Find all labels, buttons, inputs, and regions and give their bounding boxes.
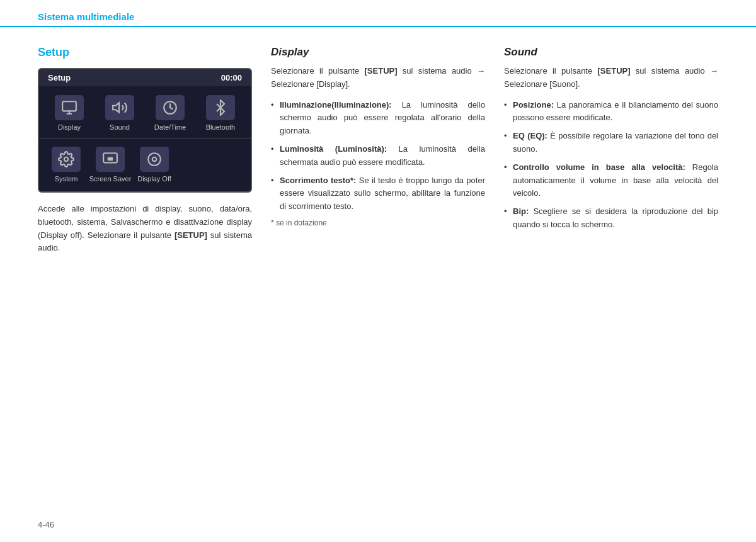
bullet-bip-bold: Bip: [513, 206, 529, 216]
screen-row2: System Screen Saver Display Off [39, 142, 251, 191]
screensaver-label: Screen Saver [89, 175, 132, 183]
svg-marker-3 [113, 103, 119, 112]
screen-row1: Display Sound Date/Time [39, 86, 251, 136]
bullet-eq: EQ (EQ): È possibile regolare la variazi… [504, 130, 718, 156]
screen-icon-datetime: Date/Time [148, 95, 192, 131]
screen-icon-system: System [44, 147, 88, 183]
sound-section-title: Sound [504, 46, 718, 59]
header-title: Sistema multimediale [38, 11, 134, 26]
bullet-posizione: Posizione: La panoramica e il bilanciame… [504, 99, 718, 125]
displayoff-label: Display Off [137, 175, 171, 183]
left-text-bold: [SETUP] [175, 230, 207, 240]
screen-divider [39, 138, 251, 139]
svg-point-9 [152, 157, 157, 162]
sound-label: Sound [110, 123, 130, 131]
svg-rect-7 [108, 157, 113, 161]
left-column: Setup Setup 00:00 Display Sound [38, 46, 252, 255]
bullet-luminosita: Luminosità (Luminosità): La luminosità d… [271, 143, 485, 169]
sound-intro: Selezionare il pulsante [SETUP] sul sist… [504, 65, 718, 91]
bullet-scorrimento: Scorrimento testo*: Se il testo è troppo… [271, 174, 485, 213]
svg-point-8 [148, 153, 161, 166]
bullet-posizione-bold: Posizione: [513, 100, 554, 110]
right-column: Sound Selezionare il pulsante [SETUP] su… [504, 46, 718, 255]
datetime-label: Date/Time [154, 123, 186, 131]
sound-bullets: Posizione: La panoramica e il bilanciame… [504, 99, 718, 232]
display-bullets: Illuminazione(Illuminazione): La luminos… [271, 99, 485, 213]
sound-icon [112, 99, 128, 116]
screen-icon-displayoff: Display Off [132, 147, 176, 183]
svg-point-5 [64, 157, 69, 162]
bluetooth-label: Bluetooth [206, 123, 235, 131]
system-label: System [55, 175, 78, 183]
bullet-illuminazione-bold: Illuminazione(Illuminazione): [280, 100, 392, 110]
display-section-title: Display [271, 46, 485, 59]
datetime-icon [162, 99, 178, 116]
display-icon [61, 99, 77, 116]
middle-column: Display Selezionare il pulsante [SETUP] … [271, 46, 485, 255]
bullet-illuminazione: Illuminazione(Illuminazione): La luminos… [271, 99, 485, 138]
display-intro: Selezionare il pulsante [SETUP] sul sist… [271, 65, 485, 91]
displayoff-icon [146, 151, 163, 167]
page-header: Sistema multimediale [0, 0, 756, 27]
bullet-controllo-bold: Controllo volume in base alla velocità: [513, 162, 685, 172]
bullet-scorrimento-bold: Scorrimento testo*: [280, 176, 356, 185]
display-label: Display [58, 123, 81, 131]
setup-title: Setup [38, 46, 252, 59]
display-intro-before: Selezionare il pulsante [271, 66, 365, 76]
screen-topbar: Setup 00:00 [39, 69, 251, 86]
bullet-eq-bold: EQ (EQ): [513, 131, 547, 140]
display-intro-bold: [SETUP] [365, 66, 398, 76]
screen-icon-bluetooth: Bluetooth [198, 95, 243, 131]
bullet-controllo: Controllo volume in base alla velocità: … [504, 161, 718, 200]
bluetooth-icon [212, 99, 229, 116]
screen-icon-sound: Sound [98, 95, 142, 131]
sound-intro-before: Selezionare il pulsante [504, 66, 598, 76]
bullet-bip-text: Scegliere se si desidera la riproduzione… [513, 206, 718, 229]
content-area: Setup Setup 00:00 Display Sound [0, 27, 756, 274]
screen-icon-screensaver: Screen Saver [88, 147, 132, 183]
screen-time: 00:00 [221, 73, 242, 82]
bullet-luminosita-bold: Luminosità (Luminosità): [280, 144, 387, 154]
screen-icon-display: Display [47, 95, 91, 131]
left-body-text: Accede alle impostazioni di display, suo… [38, 203, 252, 255]
bullet-bip: Bip: Scegliere se si desidera la riprodu… [504, 205, 718, 232]
sound-intro-bold: [SETUP] [598, 66, 631, 76]
screen-mockup: Setup 00:00 Display Sound [38, 68, 252, 193]
page-number: 4-46 [38, 520, 54, 529]
screen-label: Setup [48, 73, 71, 82]
svg-rect-0 [62, 101, 76, 111]
system-icon [58, 151, 74, 167]
display-footnote: * se in dotazione [271, 218, 485, 227]
page-footer: 4-46 [38, 520, 54, 529]
screensaver-icon [102, 151, 118, 167]
